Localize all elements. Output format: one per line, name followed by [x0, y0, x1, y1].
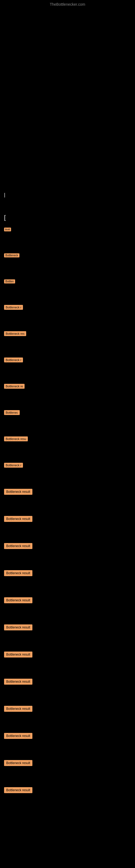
bracket-indicator: [: [3, 214, 132, 221]
bottleneck-result-badge[interactable]: Bottleneck: [4, 253, 19, 257]
cursor-indicator: |: [3, 192, 132, 198]
bottleneck-result-badge[interactable]: Bottl: [4, 227, 11, 231]
list-item: Bottleneck r: [4, 357, 132, 373]
list-item: Bottleneck result: [4, 706, 132, 723]
bottleneck-result-badge[interactable]: Bottlen: [4, 279, 15, 283]
list-item: Bottleneck resu: [4, 436, 132, 452]
list-item: Bottleneck r: [4, 305, 132, 321]
bottleneck-result-badge[interactable]: Bottleneck r: [4, 358, 23, 362]
bottleneck-result-badge[interactable]: Bottleneck result: [4, 787, 32, 793]
list-item: Bottleneck r: [4, 463, 132, 478]
bottleneck-result-badge[interactable]: Bottleneck result: [4, 760, 32, 766]
list-item: Bottleneck result: [4, 489, 132, 506]
list-item: Bottleneck result: [4, 624, 132, 641]
list-item: Bottleneck result: [4, 543, 132, 560]
bottleneck-result-badge[interactable]: Bottleneck result: [4, 516, 32, 522]
list-item: Bottleneck result: [4, 597, 132, 614]
bottleneck-items-container: BottlBottleneckBottlenBottleneck rBottle…: [3, 226, 132, 814]
bottleneck-result-badge[interactable]: Bottleneck result: [4, 570, 32, 576]
bottleneck-result-badge[interactable]: Bottleneck result: [4, 706, 32, 712]
bottleneck-result-badge[interactable]: Bottleneck result: [4, 597, 32, 603]
list-item: Bottl: [4, 226, 132, 242]
list-item: Bottleneck result: [4, 652, 132, 669]
bottleneck-result-badge[interactable]: Bottleneck result: [4, 489, 32, 495]
list-item: Bottleneck res: [4, 331, 132, 347]
list-item: Bottlen: [4, 279, 132, 294]
list-item: Bottlenec: [4, 410, 132, 426]
bottleneck-result-badge[interactable]: Bottleneck result: [4, 543, 32, 549]
list-item: Bottleneck: [4, 252, 132, 268]
list-item: Bottleneck result: [4, 516, 132, 533]
bottleneck-result-badge[interactable]: Bottleneck r: [4, 305, 23, 310]
bottleneck-result-badge[interactable]: Bottleneck result: [4, 652, 32, 657]
bottleneck-result-badge[interactable]: Bottleneck result: [4, 624, 32, 630]
bottleneck-result-badge[interactable]: Bottleneck re: [4, 384, 25, 389]
list-item: Bottleneck result: [4, 760, 132, 777]
bottleneck-result-badge[interactable]: Bottleneck res: [4, 331, 26, 336]
bottleneck-result-badge[interactable]: Bottleneck result: [4, 679, 32, 685]
list-item: Bottleneck result: [4, 787, 132, 804]
bottleneck-result-badge[interactable]: Bottleneck resu: [4, 436, 28, 441]
list-item: Bottleneck result: [4, 733, 132, 750]
site-title: TheBottlenecker.com: [0, 0, 135, 8]
list-item: Bottleneck result: [4, 570, 132, 587]
bottleneck-result-badge[interactable]: Bottleneck r: [4, 463, 23, 468]
bottleneck-result-badge[interactable]: Bottlenec: [4, 410, 20, 415]
list-item: Bottleneck result: [4, 679, 132, 695]
bottleneck-result-badge[interactable]: Bottleneck result: [4, 733, 32, 739]
list-item: Bottleneck re: [4, 383, 132, 400]
